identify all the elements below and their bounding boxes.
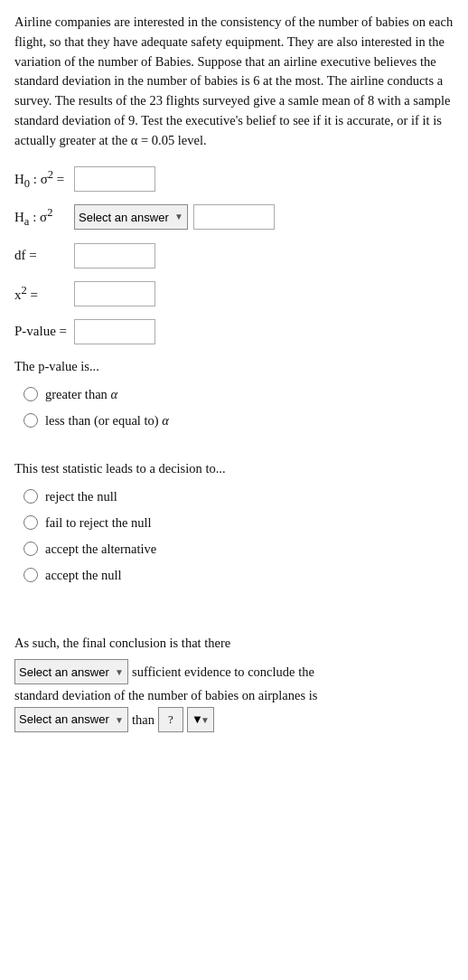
- pvalue-label-lessthan[interactable]: less than (or equal to) α: [45, 411, 169, 430]
- pvalue-radio-lessthan[interactable]: [23, 413, 38, 428]
- conclusion-line3: Select an answer greater less equal than…: [14, 707, 454, 732]
- pvalue-input[interactable]: [74, 319, 155, 344]
- decision-label-fail[interactable]: fail to reject the null: [45, 514, 152, 532]
- df-input[interactable]: [74, 243, 155, 269]
- ha-input[interactable]: [193, 204, 275, 230]
- pvalue-label-greater[interactable]: greater than α: [45, 385, 117, 404]
- conclusion-select3[interactable]: ▼: [187, 707, 214, 732]
- decision-radio-fail[interactable]: [23, 515, 38, 530]
- conclusion-question-box: ?: [158, 707, 183, 732]
- conclusion-select1-wrapper: Select an answer is is not: [14, 659, 128, 684]
- ha-comparison-select[interactable]: Select an answer > < ≥ ≤ = ≠: [74, 204, 188, 230]
- conclusion-select1[interactable]: Select an answer is is not: [14, 659, 128, 684]
- conclusion-select3-wrapper: ▼: [187, 707, 214, 732]
- decision-option-accept-null: accept the null: [23, 566, 454, 585]
- decision-options: reject the null fail to reject the null …: [14, 487, 454, 585]
- h0-row: H0 : σ2 =: [14, 166, 454, 192]
- pvalue-radio-greater[interactable]: [23, 387, 38, 401]
- ha-row: Ha : σ2 Select an answer > < ≥ ≤ = ≠: [14, 204, 454, 230]
- decision-label-accept-alt[interactable]: accept the alternative: [45, 540, 156, 559]
- df-row: df =: [14, 243, 454, 269]
- problem-text: Airline companies are interested in the …: [14, 13, 454, 150]
- h0-label: H0 : σ2 =: [14, 166, 69, 192]
- ha-label: Ha : σ2: [14, 204, 69, 230]
- chisq-row: x2 =: [14, 281, 454, 306]
- conclusion-line2: standard deviation of the number of babi…: [14, 684, 454, 707]
- h0-input[interactable]: [74, 166, 155, 192]
- conclusion-section: As such, the final conclusion is that th…: [14, 632, 454, 732]
- conclusion-than-label: than: [132, 709, 154, 731]
- conclusion-line1: Select an answer is is not sufficient ev…: [14, 659, 454, 684]
- decision-option-reject: reject the null: [23, 487, 454, 506]
- ha-select-wrapper: Select an answer > < ≥ ≤ = ≠: [74, 204, 188, 230]
- conclusion-sd-text: standard deviation of the number of babi…: [14, 688, 317, 702]
- conclusion-select2[interactable]: Select an answer greater less equal: [14, 707, 128, 732]
- chisq-input[interactable]: [74, 281, 155, 306]
- conclusion-middle-text: sufficient evidence to conclude the: [132, 661, 314, 683]
- decision-title: This test statistic leads to a decision …: [14, 459, 454, 478]
- decision-option-fail: fail to reject the null: [23, 514, 454, 532]
- decision-radio-reject[interactable]: [23, 489, 38, 504]
- decision-label-accept-null[interactable]: accept the null: [45, 566, 122, 585]
- pvalue-options: greater than α less than (or equal to) α: [14, 385, 454, 430]
- pvalue-comparison-title: The p-value is...: [14, 357, 454, 376]
- decision-label-reject[interactable]: reject the null: [45, 487, 117, 506]
- decision-option-accept-alt: accept the alternative: [23, 540, 454, 559]
- pvalue-option-lessthan: less than (or equal to) α: [23, 411, 454, 430]
- pvalue-label: P-value =: [14, 322, 69, 342]
- chisq-label: x2 =: [14, 282, 69, 306]
- conclusion-select2-wrapper: Select an answer greater less equal: [14, 707, 128, 732]
- decision-radio-accept-null[interactable]: [23, 568, 38, 582]
- decision-radio-accept-alt[interactable]: [23, 542, 38, 556]
- pvalue-row: P-value =: [14, 319, 454, 344]
- pvalue-option-greater: greater than α: [23, 385, 454, 404]
- conclusion-intro: As such, the final conclusion is that th…: [14, 632, 454, 655]
- df-label: df =: [14, 246, 69, 266]
